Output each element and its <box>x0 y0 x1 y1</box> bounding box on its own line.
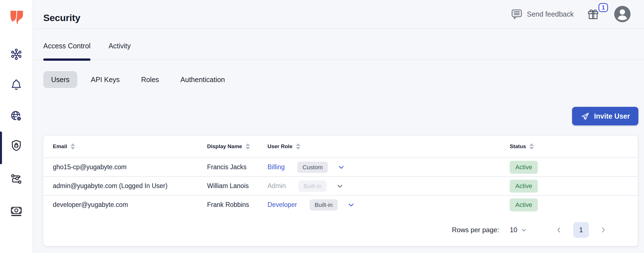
user-avatar[interactable] <box>614 6 631 22</box>
tab-activity[interactable]: Activity <box>108 42 131 59</box>
role-link: Admin <box>267 182 286 190</box>
sidebar <box>0 0 33 253</box>
user-role-cell: Admin Built-in <box>267 180 510 192</box>
rows-per-page-label: Rows per page: <box>452 226 499 234</box>
rows-per-page-select[interactable]: 10 <box>510 226 528 234</box>
invite-user-button[interactable]: Invite User <box>572 107 638 125</box>
security-page: Security Send feedback <box>0 0 644 253</box>
send-feedback-label: Send feedback <box>527 10 574 18</box>
sidebar-item-clusters[interactable] <box>10 48 23 61</box>
tab-bar: Access Control Activity <box>34 29 644 60</box>
status-badge: Active <box>510 161 538 174</box>
subtab-roles[interactable]: Roles <box>133 71 167 88</box>
whats-new-button[interactable]: 1 <box>587 8 600 21</box>
user-display-name: Frank Robbins <box>207 201 267 209</box>
invite-user-label: Invite User <box>594 112 630 120</box>
role-link[interactable]: Billing <box>267 163 285 171</box>
chevron-down-icon <box>520 226 528 234</box>
role-link[interactable]: Developer <box>267 201 297 209</box>
column-header-status[interactable]: Status <box>510 143 628 150</box>
feedback-chat-icon <box>511 8 523 20</box>
subtab-bar: Users API Keys Roles Authentication <box>34 71 644 88</box>
notification-count-badge: 1 <box>598 3 608 12</box>
table-row: developer@yugabyte.com Frank Robbins Dev… <box>43 195 638 214</box>
sort-icon <box>296 143 300 150</box>
table-header-row: Email Display Name User Role Status <box>43 135 638 157</box>
role-menu-chevron-icon[interactable] <box>335 182 344 190</box>
gift-icon <box>587 8 600 21</box>
sidebar-active-indicator <box>0 132 2 164</box>
column-header-user-role[interactable]: User Role <box>267 143 510 150</box>
sidebar-item-network[interactable] <box>10 110 23 123</box>
user-email: gho15-cp@yugabyte.com <box>53 163 207 171</box>
sidebar-item-alerts[interactable] <box>10 78 23 91</box>
status-badge: Active <box>510 198 538 211</box>
role-menu-chevron-icon[interactable] <box>337 163 346 171</box>
user-role-cell: Developer Built-in <box>267 199 510 211</box>
sort-icon <box>529 143 534 150</box>
billing-money-icon <box>10 204 23 217</box>
send-feedback-button[interactable]: Send feedback <box>511 8 574 20</box>
subtab-authentication[interactable]: Authentication <box>173 71 233 88</box>
paper-plane-icon <box>580 112 590 121</box>
column-header-email[interactable]: Email <box>53 143 207 150</box>
table-footer: Rows per page: 10 1 <box>43 214 638 246</box>
current-page-button[interactable]: 1 <box>573 222 589 238</box>
status-badge: Active <box>510 180 538 193</box>
role-type-badge: Custom <box>297 162 328 173</box>
subtab-users[interactable]: Users <box>43 71 77 88</box>
clusters-icon <box>10 48 23 61</box>
sidebar-item-billing[interactable] <box>10 204 23 217</box>
topbar: Security Send feedback <box>34 0 644 29</box>
sidebar-item-integrations[interactable] <box>10 173 23 186</box>
topbar-actions: Send feedback 1 <box>511 6 631 22</box>
role-menu-chevron-icon[interactable] <box>347 200 355 209</box>
tab-access-control[interactable]: Access Control <box>43 42 90 59</box>
subtab-api-keys[interactable]: API Keys <box>83 71 128 88</box>
user-display-name: William Lanois <box>207 182 267 190</box>
next-page-button[interactable] <box>599 226 607 234</box>
role-type-badge: Built-in <box>298 180 326 192</box>
column-header-display-name[interactable]: Display Name <box>207 143 267 150</box>
integrations-flow-icon <box>10 173 23 186</box>
network-globe-gear-icon <box>10 110 23 123</box>
sort-icon <box>71 143 75 150</box>
sidebar-item-security[interactable] <box>10 139 23 152</box>
table-row: gho15-cp@yugabyte.com Francis Jacks Bill… <box>43 157 638 176</box>
yugabyte-logo-icon[interactable] <box>8 9 25 25</box>
main-area: Security Send feedback <box>34 0 644 253</box>
security-shield-lock-icon <box>10 139 23 152</box>
user-email: developer@yugabyte.com <box>53 201 207 209</box>
rows-per-page-value: 10 <box>510 226 517 234</box>
users-table-card: Email Display Name User Role Status <box>43 135 638 247</box>
user-display-name: Francis Jacks <box>207 163 267 171</box>
role-type-badge: Built-in <box>310 199 338 211</box>
previous-page-button[interactable] <box>555 226 563 234</box>
user-email: admin@yugabyte.com (Logged In User) <box>53 182 207 190</box>
page-title: Security <box>43 12 80 23</box>
table-row: admin@yugabyte.com (Logged In User) Will… <box>43 176 638 195</box>
user-role-cell: Billing Custom <box>267 162 510 173</box>
alerts-bell-icon <box>10 78 23 91</box>
sort-icon <box>246 143 250 150</box>
